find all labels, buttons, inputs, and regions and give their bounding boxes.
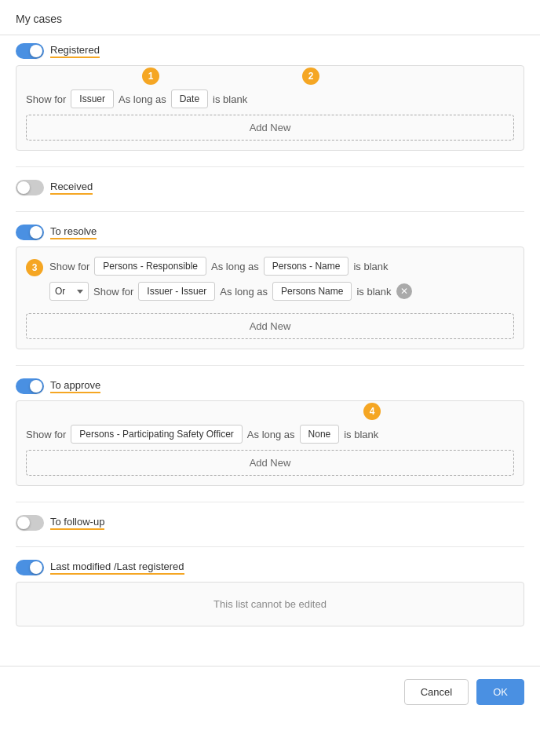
show-for-resolve-1: Show for — [49, 261, 89, 272]
rules-box-registered: 1 2 Show for Issuer As long as Date is b… — [16, 65, 524, 151]
page-content: Registered 1 2 Show for Issuer As long a… — [0, 35, 540, 658]
is-blank-reg: is blank — [213, 93, 247, 105]
toggle-to-resolve[interactable] — [16, 225, 44, 240]
uneditable-text: This list cannot be edited — [213, 598, 327, 610]
chip-issuer-issuer[interactable]: Issuer - Issuer — [138, 282, 215, 301]
chip-persons-resp[interactable]: Persons - Responsible — [94, 257, 206, 276]
ok-button[interactable]: OK — [476, 679, 524, 705]
badge-3: 3 — [26, 259, 43, 276]
section-to-approve: To approve 4 Show for Persons - Particip… — [16, 378, 524, 486]
chip-persons-name-2[interactable]: Persons Name — [272, 282, 352, 301]
as-long-as-resolve-1: As long as — [211, 261, 259, 272]
add-new-approve[interactable]: Add New — [26, 450, 514, 476]
badge-4: 4 — [363, 403, 381, 420]
show-for-label-reg: Show for — [26, 93, 66, 105]
show-for-resolve-2: Show for — [93, 286, 133, 298]
chip-date-reg[interactable]: Date — [171, 89, 208, 108]
as-long-as-resolve-2: As long as — [220, 286, 268, 298]
rule-row-resolve-top: Show for Persons - Responsible As long a… — [49, 257, 514, 276]
section-label-registered: Registered — [50, 44, 100, 58]
section-header-last-modified: Last modified /Last registered — [16, 560, 524, 575]
badge-1: 1 — [142, 68, 159, 85]
toggle-received[interactable] — [16, 180, 44, 195]
section-registered: Registered 1 2 Show for Issuer As long a… — [16, 43, 524, 151]
section-last-modified: Last modified /Last registered This list… — [16, 560, 524, 626]
rule-row-resolve-or: Or And Show for Issuer - Issuer As long … — [49, 282, 514, 301]
page-header: My cases — [0, 0, 540, 35]
footer: Cancel OK — [0, 666, 540, 718]
toggle-registered[interactable] — [16, 43, 44, 59]
section-header-registered: Registered — [16, 43, 524, 59]
rule-row-registered-1: 1 2 Show for Issuer As long as Date is b… — [26, 75, 514, 108]
badge-2: 2 — [302, 68, 319, 85]
show-for-approve: Show for — [26, 429, 66, 440]
section-label-received: Received — [50, 181, 93, 195]
rule-row-resolve-1: 3 Show for Persons - Responsible As long… — [26, 257, 514, 307]
chip-issuer-reg[interactable]: Issuer — [71, 89, 114, 108]
divider-1 — [16, 166, 524, 167]
is-blank-resolve-1: is blank — [353, 261, 388, 272]
divider-4 — [16, 502, 524, 502]
section-header-to-follow-up: To follow-up — [16, 515, 524, 531]
as-long-as-approve: As long as — [247, 429, 295, 440]
section-label-to-resolve: To resolve — [50, 225, 97, 239]
cancel-button[interactable]: Cancel — [404, 679, 469, 705]
rules-box-to-resolve: 3 Show for Persons - Responsible As long… — [16, 247, 524, 349]
section-received: Received — [16, 180, 524, 195]
resolve-rules-inner: Show for Persons - Responsible As long a… — [49, 257, 514, 307]
section-label-to-follow-up: To follow-up — [50, 516, 104, 530]
chip-persons-name-1[interactable]: Persons - Name — [264, 257, 349, 276]
section-label-to-approve: To approve — [50, 379, 100, 393]
or-select[interactable]: Or And — [49, 282, 89, 301]
badge-3-col: 3 — [26, 257, 43, 276]
uneditable-box: This list cannot be edited — [16, 582, 524, 626]
add-new-registered[interactable]: Add New — [26, 115, 514, 141]
section-header-received: Received — [16, 180, 524, 195]
section-header-to-approve: To approve — [16, 378, 524, 394]
divider-5 — [16, 546, 524, 547]
chip-persons-safety[interactable]: Persons - Participating Safety Officer — [71, 425, 243, 444]
section-to-resolve: To resolve 3 Show for Persons - Responsi… — [16, 225, 524, 349]
toggle-to-follow-up[interactable] — [16, 515, 44, 531]
is-blank-resolve-2: is blank — [356, 286, 391, 298]
section-to-follow-up: To follow-up — [16, 515, 524, 531]
toggle-last-modified[interactable] — [16, 560, 44, 575]
section-header-to-resolve: To resolve — [16, 225, 524, 240]
rules-box-to-approve: 4 Show for Persons - Participating Safet… — [16, 400, 524, 486]
rule-row-approve-1: 4 Show for Persons - Participating Safet… — [26, 411, 514, 444]
divider-3 — [16, 365, 524, 366]
is-blank-approve: is blank — [344, 429, 378, 440]
add-new-resolve[interactable]: Add New — [26, 313, 514, 339]
as-long-as-reg: As long as — [119, 93, 166, 105]
page-title: My cases — [16, 13, 62, 25]
toggle-to-approve[interactable] — [16, 378, 44, 394]
chip-none-approve[interactable]: None — [300, 425, 340, 444]
section-label-last-modified: Last modified /Last registered — [50, 561, 184, 575]
divider-2 — [16, 211, 524, 212]
close-or-row[interactable]: ✕ — [396, 283, 412, 299]
